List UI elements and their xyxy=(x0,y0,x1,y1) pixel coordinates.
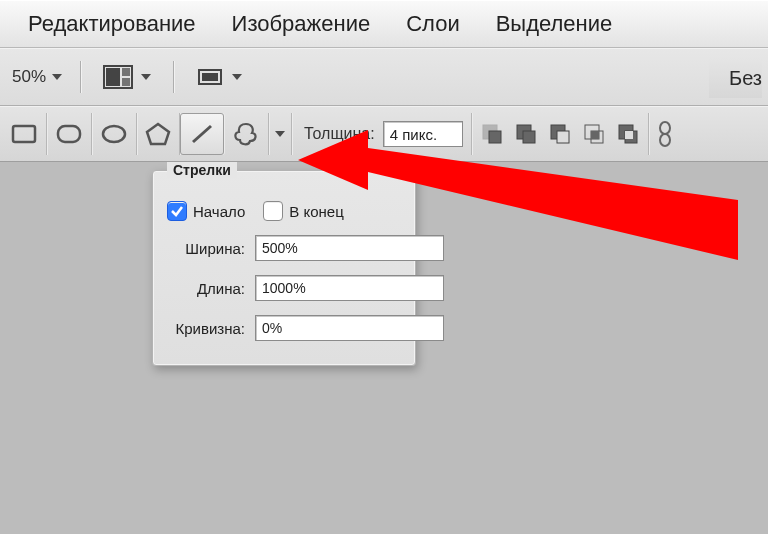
svg-rect-22 xyxy=(625,131,633,139)
document-title: Без xyxy=(729,67,762,90)
pathop-subtract[interactable] xyxy=(546,120,574,148)
path-operations xyxy=(472,113,649,155)
width-label: Ширина: xyxy=(167,240,245,257)
document-tab[interactable]: Без xyxy=(709,58,762,98)
arrows-panel: Стрелки Начало В конец Ширина: Длина: Кр… xyxy=(152,170,416,366)
shape-ellipse[interactable] xyxy=(92,113,137,155)
menu-edit[interactable]: Редактирование xyxy=(28,11,196,37)
checkbox-icon xyxy=(167,201,187,221)
shape-rounded-rectangle[interactable] xyxy=(47,113,92,155)
pathop-new[interactable] xyxy=(478,120,506,148)
svg-rect-6 xyxy=(13,126,35,142)
menu-selection[interactable]: Выделение xyxy=(496,11,613,37)
width-input[interactable] xyxy=(255,235,444,261)
shape-toolbar: Толщина: xyxy=(0,106,768,162)
svg-rect-1 xyxy=(106,68,120,86)
menu-layers[interactable]: Слои xyxy=(406,11,460,37)
thickness-label: Толщина: xyxy=(304,125,375,143)
shape-rectangle[interactable] xyxy=(2,113,47,155)
svg-rect-3 xyxy=(122,78,130,86)
link-icon[interactable] xyxy=(649,113,681,155)
chevron-down-icon xyxy=(275,131,285,137)
shape-polygon[interactable] xyxy=(137,113,180,155)
options-bar-upper: 50% xyxy=(0,48,768,106)
pathop-exclude[interactable] xyxy=(614,120,642,148)
start-label: Начало xyxy=(193,203,245,220)
curve-label: Кривизна: xyxy=(167,320,245,337)
window-arrangement-button[interactable] xyxy=(99,61,155,93)
shape-custom[interactable] xyxy=(224,113,269,155)
separator xyxy=(173,61,174,93)
start-checkbox[interactable]: Начало xyxy=(167,201,245,221)
window-grid-icon xyxy=(103,65,133,89)
svg-rect-19 xyxy=(591,131,599,139)
svg-line-10 xyxy=(193,126,211,142)
svg-marker-9 xyxy=(147,124,169,144)
separator xyxy=(80,61,81,93)
end-checkbox[interactable]: В конец xyxy=(263,201,343,221)
thickness-input[interactable] xyxy=(383,121,463,147)
svg-point-8 xyxy=(103,126,125,142)
panel-title: Стрелки xyxy=(167,162,237,178)
checkbox-icon xyxy=(263,201,283,221)
svg-rect-14 xyxy=(523,131,535,143)
chevron-down-icon xyxy=(232,74,242,80)
svg-rect-12 xyxy=(489,131,501,143)
curve-input[interactable] xyxy=(255,315,444,341)
menubar: Редактирование Изображение Слои Выделени… xyxy=(0,0,768,48)
length-input[interactable] xyxy=(255,275,444,301)
svg-point-24 xyxy=(660,134,670,146)
pathop-add[interactable] xyxy=(512,120,540,148)
pathop-intersect[interactable] xyxy=(580,120,608,148)
chevron-down-icon xyxy=(52,74,62,80)
svg-rect-16 xyxy=(557,131,569,143)
svg-rect-5 xyxy=(202,73,218,81)
chevron-down-icon xyxy=(141,74,151,80)
thickness-control: Толщина: xyxy=(292,113,472,155)
menu-image[interactable]: Изображение xyxy=(232,11,371,37)
svg-rect-7 xyxy=(58,126,80,142)
length-label: Длина: xyxy=(167,280,245,297)
zoom-dropdown[interactable]: 50% xyxy=(12,67,62,87)
zoom-value: 50% xyxy=(12,67,46,87)
screen-mode-icon xyxy=(196,65,224,89)
shape-options-dropdown[interactable] xyxy=(269,113,292,155)
end-label: В конец xyxy=(289,203,343,220)
svg-rect-2 xyxy=(122,68,130,76)
svg-point-23 xyxy=(660,122,670,134)
screen-mode-button[interactable] xyxy=(192,61,246,93)
shape-line[interactable] xyxy=(180,113,224,155)
